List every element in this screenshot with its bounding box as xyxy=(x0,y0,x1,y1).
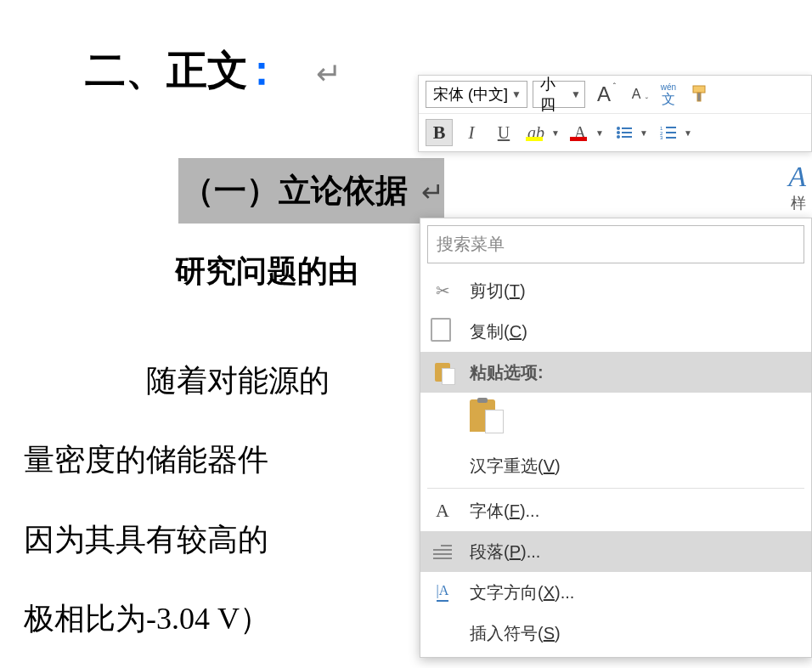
heading-colon: ： xyxy=(241,34,282,107)
chevron-up-icon: ˆ xyxy=(613,82,616,92)
menu-item-cut[interactable]: 剪切(T) xyxy=(420,270,811,311)
svg-rect-1 xyxy=(697,93,701,101)
toolbar-row-2: B I U ab ▼ A ▼ ▼ 123 ▼ xyxy=(419,114,811,151)
menu-label: 汉字重选(V) xyxy=(470,455,561,478)
chevron-down-icon: ▼ xyxy=(684,128,694,138)
subheading-text: （一）立论依据 xyxy=(178,159,411,222)
bold-button[interactable]: B xyxy=(426,119,453,146)
svg-rect-3 xyxy=(622,127,632,129)
text-direction-icon: |A xyxy=(431,580,454,604)
paste-option-keep-source[interactable] xyxy=(420,393,811,445)
paste-clipboard-icon xyxy=(470,398,504,435)
font-name-value: 宋体 (中文] xyxy=(433,84,508,105)
font-size-select[interactable]: 小四 ▼ xyxy=(533,81,585,108)
menu-item-copy[interactable]: 复制(C) xyxy=(420,311,811,352)
font-a-icon: A xyxy=(431,499,454,523)
svg-rect-9 xyxy=(666,127,676,128)
chevron-down-icon: ▼ xyxy=(511,88,522,100)
menu-label: 复制(C) xyxy=(470,320,527,343)
menu-item-insert-symbol[interactable]: 插入符号(S) xyxy=(420,613,811,654)
selected-text-block[interactable]: （一）立论依据 ↵ xyxy=(178,158,444,223)
font-family-select[interactable]: 宋体 (中文] ▼ xyxy=(426,81,527,108)
svg-text:3: 3 xyxy=(660,135,663,139)
menu-search-input[interactable]: 搜索菜单 xyxy=(427,225,804,263)
underline-button[interactable]: U xyxy=(490,119,517,146)
text-line: 极相比为-3.04 V） xyxy=(24,580,270,660)
menu-label: 字体(F)... xyxy=(470,500,539,523)
copy-icon xyxy=(431,320,454,343)
chevron-down-icon: ▼ xyxy=(571,88,581,100)
menu-label: 粘贴选项: xyxy=(470,361,544,384)
highlight-button[interactable]: ab ▼ xyxy=(522,119,561,146)
svg-rect-13 xyxy=(666,137,676,139)
svg-point-6 xyxy=(617,135,620,139)
chevron-down-icon: ▼ xyxy=(640,128,650,138)
italic-button[interactable]: I xyxy=(458,119,485,146)
menu-label: 剪切(T) xyxy=(470,280,526,303)
text-line: 随着对能源的 xyxy=(146,364,330,398)
paragraph-icon xyxy=(431,540,454,563)
shrink-font-button[interactable]: A ˇ xyxy=(623,81,650,108)
paragraph-mark-icon: ↵ xyxy=(421,177,444,207)
svg-point-4 xyxy=(617,131,620,134)
styles-icon[interactable]: A xyxy=(788,161,806,193)
number-list-icon: 123 xyxy=(655,119,682,146)
menu-item-paste-options: 粘贴选项: xyxy=(420,352,811,393)
font-color-bar xyxy=(570,137,587,141)
phonetic-guide-button[interactable]: wén 文 xyxy=(655,81,682,108)
menu-item-paragraph[interactable]: 段落(P)... xyxy=(420,531,811,572)
heading-text: 二、正文 xyxy=(85,34,248,107)
svg-rect-7 xyxy=(622,136,632,138)
toolbar-row-1: 宋体 (中文] ▼ 小四 ▼ A ˆ A ˇ wén 文 xyxy=(419,76,811,114)
context-menu: 搜索菜单 剪切(T) 复制(C) 粘贴选项: 汉字重选(V) A 字体(F)..… xyxy=(420,218,812,658)
menu-item-text-direction[interactable]: |A 文字方向(X)... xyxy=(420,572,811,613)
blank-icon xyxy=(431,454,454,478)
chevron-down-icon: ▼ xyxy=(595,128,606,138)
blank-icon xyxy=(431,621,454,645)
brush-icon xyxy=(690,84,710,105)
menu-label: 段落(P)... xyxy=(470,541,540,563)
numbering-button[interactable]: 123 ▼ xyxy=(655,119,694,146)
menu-item-hanzi-reselect[interactable]: 汉字重选(V) xyxy=(420,445,811,486)
clipboard-icon xyxy=(431,360,454,384)
chevron-down-icon: ▼ xyxy=(551,128,561,138)
menu-separator xyxy=(427,488,804,489)
highlight-color-bar xyxy=(526,137,543,141)
menu-label: 插入符号(S) xyxy=(470,622,561,645)
scissors-icon xyxy=(431,279,454,303)
format-painter-button[interactable] xyxy=(687,84,713,105)
svg-rect-5 xyxy=(622,132,632,133)
svg-point-2 xyxy=(617,127,620,130)
bullet-list-icon xyxy=(611,119,638,146)
font-color-button[interactable]: A ▼ xyxy=(567,119,606,146)
paragraph-mark-icon: ↵ xyxy=(316,47,341,102)
menu-label: 文字方向(X)... xyxy=(470,581,574,604)
font-size-value: 小四 xyxy=(540,74,567,115)
svg-rect-11 xyxy=(666,132,676,133)
menu-item-font[interactable]: A 字体(F)... xyxy=(420,490,811,531)
mini-toolbar: 宋体 (中文] ▼ 小四 ▼ A ˆ A ˇ wén 文 B I U xyxy=(418,75,812,152)
bullets-button[interactable]: ▼ xyxy=(611,119,650,146)
styles-label: 样 xyxy=(791,193,806,213)
svg-rect-0 xyxy=(693,86,705,93)
chevron-down-icon: ˇ xyxy=(646,97,648,106)
text-line: 因为其具有较高的 xyxy=(24,501,268,580)
grow-font-button[interactable]: A ˆ xyxy=(590,81,617,108)
text-line: 量密度的储能器件 xyxy=(24,421,268,501)
